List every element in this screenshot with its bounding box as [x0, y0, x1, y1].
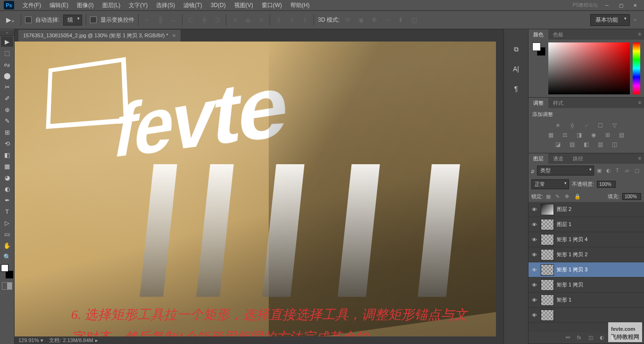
wand-tool[interactable]: ⬤ — [1, 70, 13, 81]
visibility-icon[interactable]: 👁 — [530, 312, 538, 318]
path-tool[interactable]: ▷ — [1, 218, 13, 228]
fill-value[interactable]: 100% — [622, 193, 641, 200]
dist-vcenter-icon[interactable]: ≣ — [243, 15, 253, 25]
menu-help[interactable]: 帮助(H) — [287, 0, 314, 11]
zoom-tool[interactable]: 🔍 — [1, 252, 13, 262]
layer-fx-icon[interactable]: fx — [577, 335, 584, 341]
visibility-icon[interactable]: 👁 — [530, 267, 538, 273]
layer-name[interactable]: 矩形 1 拷贝 3 — [557, 266, 587, 273]
align-top-icon[interactable]: ⌐ — [142, 15, 152, 25]
layer-row[interactable]: 👁矩形 1 拷贝 4 — [528, 232, 644, 247]
adj-curves-icon[interactable]: ⟋ — [582, 122, 591, 129]
layer-row[interactable]: 👁矩形 1 拷贝 3 — [528, 262, 644, 277]
adj-photo-icon[interactable]: ◉ — [589, 131, 598, 139]
filter-pixel-icon[interactable]: ▣ — [597, 168, 603, 174]
tab-color[interactable]: 颜色 — [528, 29, 548, 40]
layer-row[interactable]: 👁矩形 1 拷贝 — [528, 277, 644, 293]
layer-thumbnail[interactable] — [541, 264, 554, 276]
pen-tool[interactable]: ✒ — [1, 195, 13, 205]
filter-smart-icon[interactable]: ▢ — [635, 168, 641, 174]
adj-hue-icon[interactable]: ▦ — [547, 131, 555, 139]
fg-color[interactable] — [1, 264, 8, 272]
align-hcenter-icon[interactable]: ╪ — [199, 15, 209, 25]
tab-close-icon[interactable]: ✕ — [172, 33, 176, 38]
crop-tool[interactable]: ✂ — [1, 82, 13, 92]
layer-name[interactable]: 图层 1 — [557, 221, 571, 228]
eyedropper-tool[interactable]: ✐ — [1, 93, 13, 103]
menu-type[interactable]: 文字(Y) — [125, 0, 151, 11]
saturation-picker[interactable] — [548, 42, 630, 94]
shape-tool[interactable]: ▭ — [1, 229, 13, 239]
blur-tool[interactable]: ◕ — [1, 172, 13, 183]
menu-window[interactable]: 窗口(W) — [258, 0, 286, 11]
horizontal-scrollbar[interactable]: 129.91%▾ 文档:2.13M/8.84M▸ — [15, 336, 504, 344]
tab-channels[interactable]: 通道 — [548, 153, 568, 164]
align-left-icon[interactable]: ⊏ — [186, 15, 196, 25]
layer-thumbnail[interactable] — [541, 219, 554, 230]
stamp-tool[interactable]: ⊞ — [1, 127, 13, 137]
auto-select-dropdown[interactable]: 组 — [63, 15, 82, 25]
eraser-tool[interactable]: ◧ — [1, 150, 13, 160]
adj-gradient-icon[interactable]: ▥ — [596, 141, 605, 148]
layer-name[interactable]: 矩形 1 拷贝 2 — [557, 251, 587, 258]
layer-row[interactable]: 👁图层 1 — [528, 217, 644, 232]
adj-vibrance-icon[interactable]: ▽ — [611, 122, 619, 129]
visibility-icon[interactable]: 👁 — [530, 252, 538, 258]
color-fgbg[interactable] — [532, 42, 545, 94]
layer-thumbnail[interactable] — [541, 310, 554, 321]
gradient-tool[interactable]: ▦ — [1, 161, 13, 171]
visibility-icon[interactable]: 👁 — [530, 207, 538, 212]
panel-menu-icon[interactable]: ≡ — [636, 153, 644, 164]
transform-checkbox[interactable] — [90, 17, 97, 23]
menu-file[interactable]: 文件(F) — [19, 0, 45, 11]
lock-pos-icon[interactable]: ✥ — [565, 193, 571, 200]
filter-type-icon[interactable]: T — [616, 168, 622, 174]
link-layers-icon[interactable]: ⚯ — [566, 335, 572, 341]
workspace-dropdown[interactable]: 基本功能 — [590, 14, 630, 26]
adj-threshold-icon[interactable]: ◧ — [582, 141, 591, 148]
dist-top-icon[interactable]: ≡ — [230, 15, 239, 25]
panel-menu-icon[interactable]: ≡ — [636, 29, 644, 40]
3d-roll-icon[interactable]: ◉ — [356, 15, 366, 25]
layer-row[interactable]: 👁矩形 1 拷贝 2 — [528, 247, 644, 262]
options-expand-icon[interactable]: » — [634, 17, 640, 23]
menu-layer[interactable]: 图层(L) — [99, 0, 124, 11]
3d-slide-icon[interactable]: ↔ — [383, 15, 392, 25]
lock-paint-icon[interactable]: ✎ — [555, 193, 562, 200]
adj-lookup-icon[interactable]: ▤ — [618, 131, 626, 139]
healing-tool[interactable]: ⊕ — [1, 104, 13, 115]
adj-exposure-icon[interactable]: ☐ — [596, 122, 605, 129]
visibility-icon[interactable]: 👁 — [530, 222, 538, 227]
layer-name[interactable]: 图层 2 — [557, 206, 571, 213]
dist-bottom-icon[interactable]: ≡ — [256, 15, 266, 25]
layer-name[interactable]: 矩形 1 — [557, 296, 571, 303]
lasso-tool[interactable]: ᔓ — [1, 59, 13, 69]
adj-levels-icon[interactable]: ⟠ — [568, 122, 577, 129]
marquee-tool[interactable]: ⬚ — [1, 48, 13, 58]
dodge-tool[interactable]: ◐ — [1, 184, 13, 194]
tab-layers[interactable]: 图层 — [528, 153, 548, 164]
tab-styles[interactable]: 样式 — [548, 98, 568, 108]
3d-orbit-icon[interactable]: ⟳ — [343, 15, 353, 25]
character-panel-icon[interactable]: A| — [511, 63, 522, 75]
layer-name[interactable]: 矩形 1 拷贝 4 — [557, 236, 587, 243]
3d-camera-icon[interactable]: ◫ — [409, 15, 419, 25]
window-minimize[interactable]: ─ — [602, 1, 612, 9]
current-tool-icon[interactable]: ▶₊ — [4, 15, 17, 25]
layer-mask-icon[interactable]: ◫ — [588, 335, 595, 341]
tab-adjustments[interactable]: 调整 — [528, 98, 548, 108]
3d-scale-icon[interactable]: ⬍ — [396, 15, 405, 25]
canvas[interactable]: fevte 6. 选择矩形工具拉一个矩形，选择直接选择工具，调整矩形锚点与文字对… — [15, 42, 504, 344]
adj-balance-icon[interactable]: ⚖ — [561, 131, 570, 139]
3d-pan-icon[interactable]: ✥ — [370, 15, 379, 25]
menu-edit[interactable]: 编辑(E) — [46, 0, 72, 11]
tab-swatches[interactable]: 色板 — [548, 29, 568, 40]
layer-name[interactable]: 矩形 1 拷贝 — [557, 281, 583, 288]
dist-right-icon[interactable]: ⦀ — [300, 15, 310, 25]
layer-row[interactable]: 👁矩形 1 — [528, 293, 644, 308]
menu-view[interactable]: 视图(V) — [231, 0, 257, 11]
history-brush-tool[interactable]: ⟲ — [1, 138, 13, 149]
history-panel-icon[interactable]: ⧉ — [511, 43, 522, 55]
layer-row[interactable]: 👁图层 2 — [528, 202, 644, 217]
lock-trans-icon[interactable]: ▦ — [546, 193, 553, 200]
